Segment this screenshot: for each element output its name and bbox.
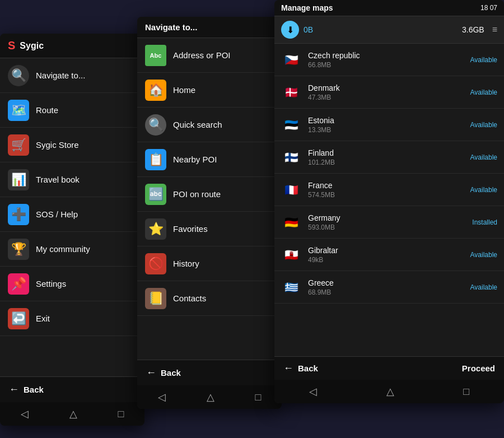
menu-exit[interactable]: ↩️ Exit <box>0 301 144 336</box>
flag-greece: 🇬🇷 <box>281 281 301 294</box>
navigate-menu-list: Abc Address or POI 🏠 Home 🔍 Quick search… <box>137 38 282 374</box>
menu-contacts[interactable]: 📒 Contacts <box>137 281 282 316</box>
map-info-france: France 574.5MB <box>308 181 470 199</box>
map-info-estonia: Estonia 13.3MB <box>308 116 470 134</box>
menu-navigate[interactable]: 🔍 Navigate to... <box>0 58 144 93</box>
sygic-header: S Sygic <box>0 34 144 58</box>
map-status-estonia: Available <box>470 121 497 129</box>
map-status-denmark: Available <box>470 88 497 96</box>
proceed-button[interactable]: Proceed <box>462 364 495 373</box>
flag-gibraltar: 🇬🇮 <box>281 248 301 262</box>
nav-back-btn-2[interactable]: ◁ <box>158 391 166 403</box>
back-section-3[interactable]: ← Back <box>283 362 318 374</box>
map-greece[interactable]: 🇬🇷 Greece 68.9MB Available <box>274 271 504 304</box>
map-size-greece: 68.9MB <box>308 288 470 296</box>
back-bar-2[interactable]: ← Back <box>137 360 282 385</box>
map-status-finland: Available <box>470 153 497 161</box>
map-name-denmark: Denmark <box>308 83 470 92</box>
nav-bar-1: ◁ △ □ <box>0 402 144 426</box>
sos-label: SOS / Help <box>36 209 78 219</box>
map-denmark[interactable]: 🇩🇰 Denmark 47.3MB Available <box>274 76 504 109</box>
flag-denmark: 🇩🇰 <box>281 86 301 99</box>
nav-home-btn-3[interactable]: △ <box>386 385 394 398</box>
map-status-greece: Available <box>470 283 497 291</box>
settings-icon: 📌 <box>8 273 29 295</box>
nav-home-btn-1[interactable]: △ <box>69 408 77 420</box>
map-finland[interactable]: 🇫🇮 Finland 101.2MB Available <box>274 141 504 174</box>
menu-travel[interactable]: 📊 Travel book <box>0 162 144 197</box>
maps-list: 🇨🇿 Czech republic 66.8MB Available 🇩🇰 De… <box>274 44 504 352</box>
nearbypoi-label: Nearby POI <box>173 155 217 164</box>
poionroute-label: POI on route <box>173 189 221 199</box>
map-estonia[interactable]: 🇪🇪 Estonia 13.3MB Available <box>274 109 504 141</box>
map-size-finland: 101.2MB <box>308 159 470 166</box>
community-icon: 🏆 <box>8 239 29 260</box>
back-bar-1[interactable]: ← Back <box>0 376 144 402</box>
menu-route[interactable]: 🗺️ Route <box>0 93 144 128</box>
map-status-gibraltar: Available <box>470 251 497 259</box>
time-display: 18 07 <box>480 4 497 12</box>
settings-label: Settings <box>36 279 66 288</box>
status-bar: 18 07 <box>480 4 497 12</box>
menu-nearbypoi[interactable]: 📋 Nearby POI <box>137 142 282 177</box>
navigate-title: Navigate to... <box>145 22 197 32</box>
travel-label: Travel book <box>36 175 80 184</box>
menu-quicksearch[interactable]: 🔍 Quick search <box>137 108 282 142</box>
travel-icon: 📊 <box>8 169 29 190</box>
menu-address[interactable]: Abc Address or POI <box>137 38 282 73</box>
contacts-label: Contacts <box>173 293 206 303</box>
menu-history[interactable]: 🚫 History <box>137 246 282 281</box>
menu-home[interactable]: 🏠 Home <box>137 73 282 108</box>
menu-poionroute[interactable]: 🔤 POI on route <box>137 177 282 212</box>
map-germany[interactable]: 🇩🇪 Germany 593.0MB Installed <box>274 206 504 239</box>
sos-icon: ➕ <box>8 204 29 225</box>
nav-recent-btn-2[interactable]: □ <box>255 392 262 403</box>
map-size-france: 574.5MB <box>308 191 470 199</box>
sygic-logo-icon: S <box>8 39 15 52</box>
nav-back-btn-1[interactable]: ◁ <box>21 408 29 420</box>
map-name-estonia: Estonia <box>308 116 470 125</box>
main-menu-list: 🔍 Navigate to... 🗺️ Route 🛒 Sygic Store … <box>0 58 144 394</box>
map-info-germany: Germany 593.0MB <box>308 213 472 231</box>
poionroute-icon: 🔤 <box>145 184 166 205</box>
menu-sos[interactable]: ➕ SOS / Help <box>0 197 144 232</box>
quicksearch-label: Quick search <box>173 120 222 129</box>
map-status-france: Available <box>470 186 497 194</box>
history-icon: 🚫 <box>145 253 166 274</box>
screen-manage-maps: Manage maps 18 07 ⬇ 0B 3.6GB ≡ 🇨🇿 Czech … <box>274 0 504 403</box>
map-name-finland: Finland <box>308 148 470 157</box>
map-info-greece: Greece 68.9MB <box>308 278 470 296</box>
menu-community[interactable]: 🏆 My community <box>0 232 144 267</box>
menu-store[interactable]: 🛒 Sygic Store <box>0 128 144 162</box>
map-france[interactable]: 🇫🇷 France 574.5MB Available <box>274 174 504 206</box>
quicksearch-icon: 🔍 <box>145 114 166 136</box>
storage-icon: ≡ <box>492 25 497 35</box>
nav-home-btn-2[interactable]: △ <box>207 391 214 403</box>
address-label: Address or POI <box>173 50 231 60</box>
back-arrow-icon-2: ← <box>146 367 156 379</box>
map-name-czech: Czech republic <box>308 51 470 60</box>
nav-bar-2: ◁ △ □ <box>137 385 282 409</box>
map-name-france: France <box>308 181 470 190</box>
map-info-denmark: Denmark 47.3MB <box>308 83 470 101</box>
map-czech[interactable]: 🇨🇿 Czech republic 66.8MB Available <box>274 44 504 76</box>
zero-b-label: 0B <box>304 25 313 34</box>
home-label: Home <box>173 85 195 95</box>
download-icon: ⬇ <box>281 21 299 39</box>
map-gibraltar[interactable]: 🇬🇮 Gibraltar 49kB Available <box>274 239 504 271</box>
navigate-header: Navigate to... <box>137 17 282 38</box>
storage-total: 3.6GB <box>462 25 484 34</box>
nav-recent-btn-1[interactable]: □ <box>118 408 124 420</box>
community-label: My community <box>36 244 90 254</box>
map-name-germany: Germany <box>308 213 472 222</box>
menu-settings[interactable]: 📌 Settings <box>0 267 144 301</box>
nav-recent-btn-3[interactable]: □ <box>463 386 469 398</box>
favorites-icon: ⭐ <box>145 218 166 240</box>
manage-title: Manage maps <box>281 3 333 12</box>
map-size-czech: 66.8MB <box>308 61 470 69</box>
back-label-2: Back <box>161 368 181 378</box>
exit-icon: ↩️ <box>8 308 29 329</box>
nav-back-btn-3[interactable]: ◁ <box>309 385 317 398</box>
menu-favorites[interactable]: ⭐ Favorites <box>137 212 282 246</box>
map-size-germany: 593.0MB <box>308 223 472 231</box>
